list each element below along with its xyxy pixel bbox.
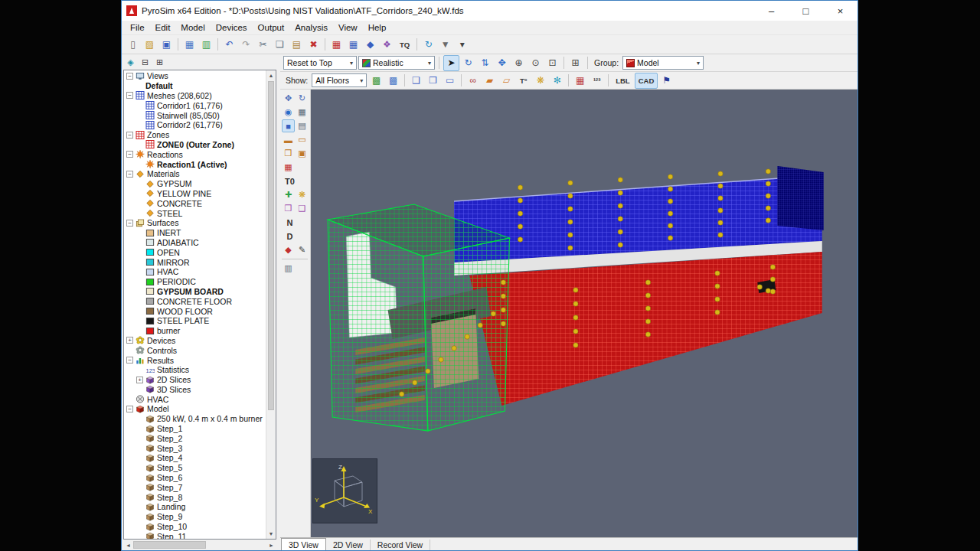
new-iso-icon[interactable]: ❑ <box>296 202 309 215</box>
menu-edit[interactable]: Edit <box>150 21 176 34</box>
globe-icon[interactable]: ◉ <box>282 106 295 119</box>
letter-d-button[interactable]: D <box>282 230 298 243</box>
background-image-icon[interactable]: ▩ <box>368 73 384 89</box>
orientation-gizmo[interactable]: Z X Y <box>312 458 377 523</box>
device-dot[interactable] <box>668 211 672 216</box>
record-view-icon[interactable]: ◆ <box>362 37 378 53</box>
device-dot[interactable] <box>645 280 650 285</box>
tree-item-step-3[interactable]: Step_3 <box>124 443 266 453</box>
view-preset-dropdown[interactable]: Reset to Top ▾ <box>283 56 357 70</box>
scroll-right-icon[interactable]: ► <box>266 543 276 548</box>
pan-tool-icon[interactable]: ✥ <box>494 55 510 71</box>
device-dot[interactable] <box>501 308 505 312</box>
device-dot[interactable] <box>718 208 723 213</box>
3d-viewport[interactable]: Z X Y <box>311 90 858 537</box>
device-dot[interactable] <box>645 332 650 337</box>
tree-item-step-5[interactable]: Step_5 <box>124 463 266 473</box>
close-button[interactable]: × <box>823 1 858 21</box>
show-objects-icon[interactable]: ❑ <box>408 73 424 89</box>
device-dot[interactable] <box>568 233 573 237</box>
device-dot[interactable] <box>478 323 482 328</box>
tree-item-zones[interactable]: −Zones <box>124 130 266 140</box>
device-dot[interactable] <box>668 174 672 179</box>
device-dot[interactable] <box>766 289 770 293</box>
render-mode-dropdown[interactable]: Realistic ▾ <box>358 56 435 70</box>
tab-2d-view[interactable]: 2D View <box>326 540 371 550</box>
menu-analysis[interactable]: Analysis <box>289 21 333 34</box>
save-icon[interactable]: ▣ <box>158 37 175 53</box>
tree-item-open[interactable]: OPEN <box>124 247 266 257</box>
device-dot[interactable] <box>568 181 573 185</box>
copy-icon[interactable]: ❏ <box>272 37 288 53</box>
expander-minus-icon[interactable]: − <box>126 92 133 99</box>
delete-icon[interactable]: ✖ <box>305 37 322 53</box>
scrollbar-thumb[interactable] <box>268 81 274 410</box>
device-dot[interactable] <box>766 181 770 186</box>
device-dot[interactable] <box>668 199 672 204</box>
tree-item-periodic[interactable]: PERIODIC <box>124 277 266 287</box>
expand-all-icon[interactable]: ⊞ <box>153 56 166 69</box>
floors-dropdown[interactable]: All Floors ▾ <box>312 73 367 87</box>
tree-item-corridor2-61-776[interactable]: Corridor2 (61,776) <box>124 120 266 130</box>
group-dropdown[interactable]: Model ▾ <box>622 56 704 70</box>
paint-tool-icon[interactable]: ◆ <box>282 243 295 256</box>
device-dot[interactable] <box>645 306 650 311</box>
device-dot[interactable] <box>573 288 578 292</box>
tree-item-views[interactable]: −Views <box>124 71 266 81</box>
tree-item-hvac[interactable]: HVAC <box>124 394 266 404</box>
device-dot[interactable] <box>426 369 430 373</box>
device-dot[interactable] <box>757 285 762 289</box>
menu-output[interactable]: Output <box>253 21 290 34</box>
device-dot[interactable] <box>501 280 505 285</box>
device-dot[interactable] <box>718 171 723 176</box>
scroll-down-icon[interactable]: ▼ <box>266 529 276 539</box>
table-icon[interactable]: ▤ <box>296 119 309 132</box>
new-vent-icon[interactable]: ▦ <box>282 161 295 174</box>
menu-devices[interactable]: Devices <box>211 21 253 34</box>
menu-model[interactable]: Model <box>175 21 210 34</box>
tree-item-model[interactable]: −Model <box>124 404 266 414</box>
device-dot[interactable] <box>501 294 505 298</box>
smokeview-icon[interactable]: ▦ <box>345 37 361 53</box>
device-dot[interactable] <box>573 343 578 347</box>
new-block-icon[interactable]: ❒ <box>282 147 295 160</box>
select-tool-icon[interactable]: ➤ <box>443 55 459 71</box>
tree-item-results[interactable]: −Results <box>124 355 266 365</box>
measure-icon[interactable]: ▥ <box>282 262 295 275</box>
tree-horizontal-scrollbar[interactable]: ◄ ► <box>123 540 276 550</box>
menu-file[interactable]: File <box>125 21 150 34</box>
new-slab-icon[interactable]: ▬ <box>282 133 295 146</box>
open-file-icon[interactable]: ▨ <box>142 37 158 53</box>
tree-item-3d-slices[interactable]: 3D Slices <box>124 385 266 395</box>
device-dot[interactable] <box>452 346 456 350</box>
device-dot[interactable] <box>618 204 622 208</box>
vector-slice-icon[interactable]: ▱ <box>498 73 514 89</box>
tree-item-steel-plate[interactable]: STEEL PLATE <box>124 316 266 326</box>
tree-vertical-scrollbar[interactable]: ▲ ▼ <box>266 70 276 539</box>
maximize-button[interactable]: □ <box>789 1 823 21</box>
device-dot[interactable] <box>766 194 770 198</box>
tab-3d-view[interactable]: 3D View <box>281 538 326 550</box>
titlebar[interactable]: PyroSim x64 Edition - *D:\Posts\Using NI… <box>122 1 858 21</box>
device-dot[interactable] <box>618 191 622 195</box>
device-dot[interactable] <box>645 319 650 324</box>
device-dot[interactable] <box>766 206 770 210</box>
tree-item-2d-slices[interactable]: +2D Slices <box>124 375 266 385</box>
zoom-window-tool-icon[interactable]: ⊡ <box>544 55 560 71</box>
pathfinder-icon[interactable]: ❖ <box>379 37 395 53</box>
device-dot[interactable] <box>668 236 672 240</box>
flag-icon[interactable]: ⚑ <box>658 73 675 89</box>
tree-item-devices[interactable]: +Devices <box>124 336 266 346</box>
more-dropdown-icon[interactable]: ▾ <box>454 37 470 53</box>
expander-minus-icon[interactable]: − <box>126 406 133 412</box>
new-slice-icon[interactable]: ❒ <box>282 202 295 215</box>
device-dot[interactable] <box>518 224 522 229</box>
menu-view[interactable]: View <box>333 21 363 34</box>
device-dot[interactable] <box>501 321 505 326</box>
temperature-icon[interactable]: T° <box>515 73 531 89</box>
device-dot[interactable] <box>766 218 770 223</box>
view-cube-icon[interactable]: ■ <box>282 119 295 132</box>
tree-item-reaction1-active[interactable]: Reaction1 (Active) <box>124 159 266 169</box>
refresh-results-icon[interactable]: ↻ <box>420 37 436 53</box>
tree-item-statistics[interactable]: 123Statistics <box>124 365 266 375</box>
